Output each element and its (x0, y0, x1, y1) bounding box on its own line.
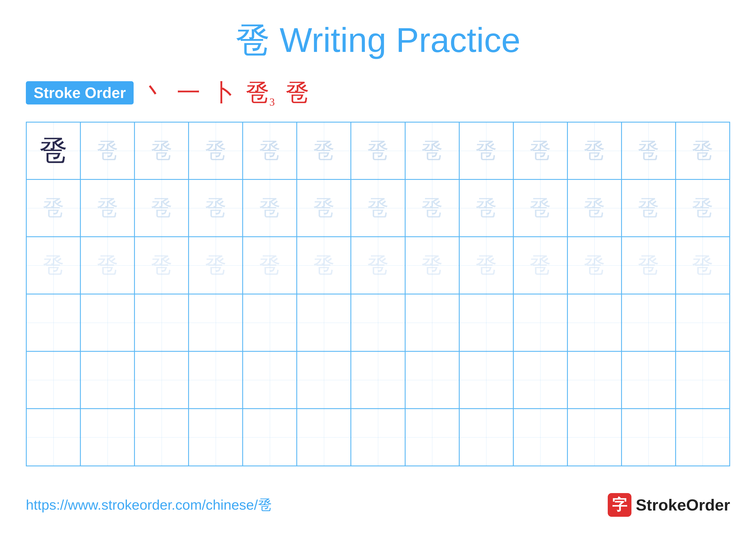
grid-cell[interactable]: 卺 (622, 179, 676, 237)
grid-cell[interactable] (134, 294, 189, 351)
ghost-char: 卺 (97, 194, 118, 223)
grid-cell[interactable]: 卺 (676, 122, 730, 179)
stroke-order-badge: Stroke Order (26, 81, 134, 105)
footer-url: https://www.strokeorder.com/chinese/卺 (26, 496, 272, 514)
grid-cell[interactable] (189, 294, 243, 351)
ghost-char: 卺 (583, 194, 605, 223)
grid-cell[interactable]: 卺 (351, 179, 405, 237)
grid-cell[interactable]: 卺 (243, 237, 297, 294)
grid-cell[interactable] (243, 294, 297, 351)
grid-cell[interactable] (405, 409, 459, 466)
grid-cell[interactable]: 卺 (26, 237, 80, 294)
grid-cell[interactable]: 卺 (622, 237, 676, 294)
grid-cell[interactable] (243, 409, 297, 466)
ghost-char: 卺 (43, 194, 64, 223)
grid-cell[interactable]: 卺 (297, 237, 351, 294)
grid-cell[interactable] (513, 294, 567, 351)
grid-cell[interactable] (26, 409, 80, 466)
grid-cell[interactable] (676, 351, 730, 409)
grid-cell[interactable] (297, 294, 351, 351)
ghost-char: 卺 (692, 251, 713, 280)
grid-cell[interactable] (513, 351, 567, 409)
grid-cell[interactable]: 卺 (567, 237, 622, 294)
ghost-char: 卺 (205, 251, 227, 280)
grid-cell[interactable] (189, 409, 243, 466)
grid-cell[interactable] (622, 294, 676, 351)
grid-cell[interactable] (80, 294, 134, 351)
ghost-char: 卺 (638, 136, 659, 165)
grid-cell[interactable]: 卺 (351, 237, 405, 294)
stroke-5: 卺 (285, 77, 309, 109)
grid-cell[interactable] (80, 409, 134, 466)
grid-cell[interactable]: 卺 (189, 237, 243, 294)
grid-cell[interactable] (243, 351, 297, 409)
grid-cell[interactable] (459, 351, 513, 409)
ghost-char: 卺 (97, 136, 118, 165)
grid-cell[interactable]: 卺 (134, 179, 189, 237)
grid-cell[interactable] (351, 409, 405, 466)
grid-cell[interactable] (351, 294, 405, 351)
ghost-char: 卺 (475, 136, 497, 165)
grid-cell[interactable]: 卺 (513, 237, 567, 294)
grid-cell[interactable] (189, 351, 243, 409)
grid-cell[interactable]: 卺 (405, 237, 459, 294)
grid-cell[interactable]: 卺 (134, 237, 189, 294)
grid-cell[interactable]: 卺 (189, 179, 243, 237)
grid-cell[interactable] (459, 409, 513, 466)
stroke-2: 一 (177, 77, 201, 109)
logo-char: 字 (612, 495, 627, 515)
grid-cell[interactable]: 卺 (189, 122, 243, 179)
grid-cell[interactable]: 卺 (459, 237, 513, 294)
grid-cell[interactable]: 卺 (676, 179, 730, 237)
grid-cell[interactable]: 卺 (80, 122, 134, 179)
grid-cell[interactable]: 卺 (351, 122, 405, 179)
ghost-char: 卺 (313, 194, 335, 223)
ghost-char: 卺 (692, 136, 713, 165)
grid-cell[interactable]: 卺 (134, 122, 189, 179)
ghost-char: 卺 (367, 194, 389, 223)
grid-cell[interactable] (405, 294, 459, 351)
page: 卺 Writing Practice Stroke Order 丶 一 卜 卺3… (0, 0, 756, 534)
grid-cell[interactable]: 卺 (622, 122, 676, 179)
grid-cell[interactable] (513, 409, 567, 466)
grid-cell[interactable]: 卺 (567, 122, 622, 179)
grid-cell[interactable]: 卺 (459, 122, 513, 179)
grid-cell[interactable] (676, 409, 730, 466)
grid-cell[interactable]: 卺 (567, 179, 622, 237)
grid-cell[interactable]: 卺 (26, 179, 80, 237)
grid-cell[interactable] (676, 294, 730, 351)
grid-cell[interactable] (405, 351, 459, 409)
grid-cell[interactable]: 卺 (26, 122, 80, 179)
grid-cell[interactable] (622, 351, 676, 409)
grid-cell[interactable]: 卺 (243, 122, 297, 179)
grid-cell[interactable]: 卺 (243, 179, 297, 237)
grid-cell[interactable]: 卺 (297, 179, 351, 237)
ghost-char: 卺 (475, 251, 497, 280)
grid-cell[interactable]: 卺 (405, 179, 459, 237)
grid-cell[interactable] (26, 351, 80, 409)
grid-cell[interactable] (459, 294, 513, 351)
grid-cell[interactable] (297, 409, 351, 466)
grid-cell[interactable] (351, 351, 405, 409)
grid-cell[interactable] (134, 409, 189, 466)
grid-cell[interactable] (567, 351, 622, 409)
grid-cell[interactable] (297, 351, 351, 409)
footer: https://www.strokeorder.com/chinese/卺 字 … (26, 493, 730, 517)
ghost-char: 卺 (421, 251, 443, 280)
grid-cell[interactable] (622, 409, 676, 466)
grid-cell[interactable] (567, 294, 622, 351)
grid-cell[interactable] (26, 294, 80, 351)
grid-cell[interactable] (567, 409, 622, 466)
grid-cell[interactable]: 卺 (676, 237, 730, 294)
practice-grid: 卺卺卺卺卺卺卺卺卺卺卺卺卺卺卺卺卺卺卺卺卺卺卺卺卺卺卺卺卺卺卺卺卺卺卺卺卺卺卺 (26, 122, 730, 466)
grid-cell[interactable] (80, 351, 134, 409)
grid-cell[interactable] (134, 351, 189, 409)
grid-cell[interactable]: 卺 (513, 179, 567, 237)
grid-cell[interactable]: 卺 (80, 237, 134, 294)
ghost-char: 卺 (475, 194, 497, 223)
grid-cell[interactable]: 卺 (513, 122, 567, 179)
grid-cell[interactable]: 卺 (405, 122, 459, 179)
grid-cell[interactable]: 卺 (459, 179, 513, 237)
grid-cell[interactable]: 卺 (297, 122, 351, 179)
grid-cell[interactable]: 卺 (80, 179, 134, 237)
